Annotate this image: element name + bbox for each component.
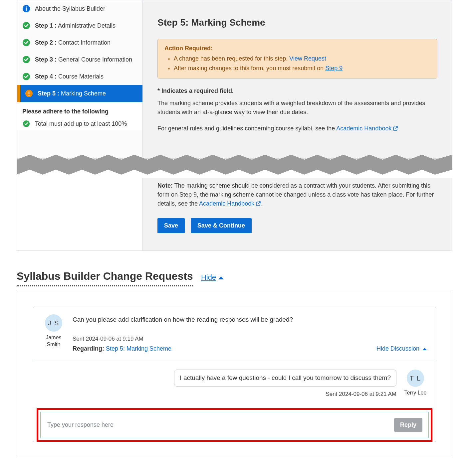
request-regarding: Regarding: Step 5: Marking Scheme <box>73 344 171 353</box>
nav-step-2[interactable]: Step 2 : Contact Information <box>17 34 142 51</box>
nav-step-4[interactable]: Step 4 : Course Materials <box>17 68 142 85</box>
nav-step-3[interactable]: Step 3 : General Course Information <box>17 51 142 68</box>
note-paragraph: Note: The marking scheme should be consi… <box>157 181 437 209</box>
svg-point-2 <box>26 6 27 7</box>
hide-requests-toggle[interactable]: Hide <box>201 272 224 283</box>
check-circle-icon <box>22 56 30 64</box>
change-requests-body: J S James Smith Can you please add clari… <box>17 292 452 457</box>
external-link-icon <box>256 200 261 209</box>
alert-title: Action Required: <box>164 44 430 53</box>
syllabus-builder-panel-lower: Note: The marking scheme should be consi… <box>17 178 452 251</box>
avatar-name: Terry Lee <box>404 390 427 397</box>
request-message: Can you please add clarification on how … <box>73 315 427 325</box>
alert-item: After making changes to this form, you m… <box>174 64 430 73</box>
nav-label: Step 3 : General Course Information <box>35 55 137 64</box>
step-content-lower: Note: The marking scheme should be consi… <box>143 178 452 250</box>
nav-label: Step 5 : Marking Scheme <box>38 89 137 98</box>
handbook-paragraph: For general rules and guidelines concern… <box>157 124 437 134</box>
request-sent-time: Sent 2024-09-06 at 9:19 AM <box>73 335 427 343</box>
check-circle-icon <box>22 120 30 128</box>
nav-label: Step 1 : Administrative Details <box>35 21 137 30</box>
reply-sent-time: Sent 2024-09-06 at 9:21 AM <box>326 390 396 398</box>
save-continue-button[interactable]: Save & Continue <box>191 218 252 233</box>
step-content: Step 5: Marking Scheme Action Required: … <box>143 0 452 158</box>
nav-label: Step 4 : Course Materials <box>35 72 137 81</box>
nav-step-5[interactable]: Step 5 : Marking Scheme <box>17 85 142 102</box>
sidebar-rule: Total must add up to at least 100% <box>17 117 142 130</box>
required-field-note: * Indicates a required field. <box>157 86 437 95</box>
reply-bubble: I actually have a few questions - could … <box>174 370 396 387</box>
nav-step-1[interactable]: Step 1 : Administrative Details <box>17 17 142 34</box>
regarding-step-link[interactable]: Step 5: Marking Scheme <box>106 345 171 352</box>
alert-circle-icon <box>25 89 33 97</box>
save-button[interactable]: Save <box>157 218 185 233</box>
action-required-alert: Action Required: A change has been reque… <box>157 39 437 79</box>
info-icon <box>22 5 30 13</box>
nav-about[interactable]: About the Syllabus Builder <box>17 0 142 17</box>
step-sidebar: About the Syllabus Builder Step 1 : Admi… <box>17 0 143 158</box>
avatar: J S <box>45 314 62 332</box>
change-request-card: J S James Smith Can you please add clari… <box>33 307 436 442</box>
svg-point-9 <box>28 95 29 96</box>
change-requests-section: Syllabus Builder Change Requests Hide J … <box>17 268 452 457</box>
caret-up-icon <box>422 345 427 352</box>
step-sidebar-lower <box>17 178 143 250</box>
avatar-name: James Smith <box>42 334 65 348</box>
alert-item: A change has been requested for this ste… <box>174 54 430 63</box>
check-circle-icon <box>22 39 30 47</box>
intro-paragraph: The marking scheme provides students wit… <box>157 99 437 117</box>
rule-text: Total must add up to at least 100% <box>35 119 127 128</box>
external-link-icon <box>393 125 398 134</box>
academic-handbook-link[interactable]: Academic Handbook <box>336 125 398 132</box>
change-requests-title: Syllabus Builder Change Requests <box>17 268 193 286</box>
check-circle-icon <box>22 22 30 30</box>
reply-box-highlight: Reply <box>37 408 432 442</box>
syllabus-builder-panel: About the Syllabus Builder Step 1 : Admi… <box>17 0 452 159</box>
discussion-thread: I actually have a few questions - could … <box>33 360 436 405</box>
sidebar-rules-heading: Please adhere to the following <box>17 102 142 117</box>
page-title: Step 5: Marking Scheme <box>157 16 437 30</box>
caret-up-icon <box>218 272 224 283</box>
nav-label: About the Syllabus Builder <box>35 4 137 13</box>
hide-discussion-toggle[interactable]: Hide Discussion <box>376 344 427 353</box>
svg-rect-1 <box>26 8 27 11</box>
reply-input[interactable] <box>47 421 389 429</box>
check-circle-icon <box>22 73 30 80</box>
step-9-link[interactable]: Step 9 <box>325 65 343 72</box>
academic-handbook-link[interactable]: Academic Handbook <box>199 200 261 207</box>
view-request-link[interactable]: View Request <box>289 55 326 62</box>
avatar: T L <box>407 370 424 387</box>
svg-rect-8 <box>29 91 30 94</box>
reply-button[interactable]: Reply <box>394 418 422 432</box>
nav-label: Step 2 : Contact Information <box>35 38 137 47</box>
